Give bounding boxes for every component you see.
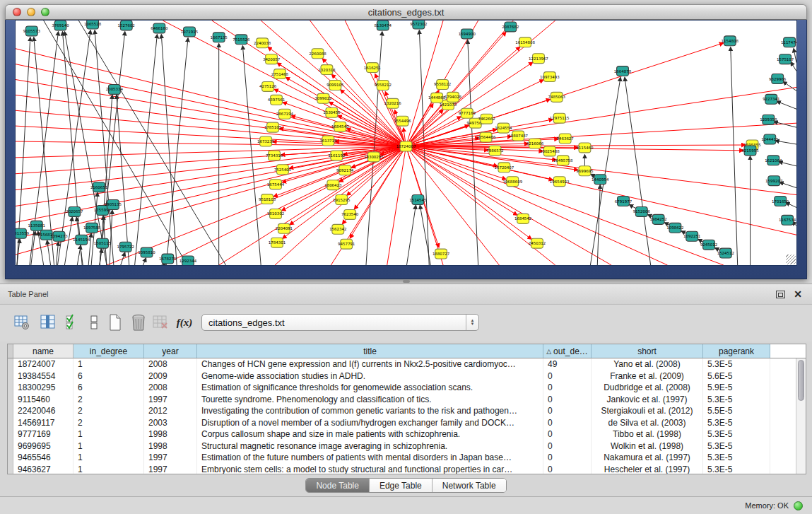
cell-in_degree[interactable]: 1 xyxy=(73,440,144,452)
cell-pagerank[interactable]: 5.3E-5 xyxy=(703,358,770,370)
cell-title[interactable]: Investigating the contribution of common… xyxy=(197,405,543,417)
cell-pagerank[interactable]: 5.5E-5 xyxy=(703,405,770,417)
tab-node-table[interactable]: Node Table xyxy=(306,479,370,492)
resize-grip[interactable] xyxy=(786,255,796,264)
cell-in_degree[interactable]: 1 xyxy=(73,452,144,464)
cell-title[interactable]: Estimation of the future numbers of pati… xyxy=(197,452,543,464)
table-row[interactable]: 977716911998Corpus callosum shape and si… xyxy=(8,428,806,440)
column-header-pagerank[interactable]: pagerank xyxy=(703,344,770,358)
cell-title[interactable]: Corpus callosum shape and size in male p… xyxy=(197,428,543,440)
citation-edge-black[interactable] xyxy=(143,258,146,265)
citation-edge-black[interactable] xyxy=(100,32,125,265)
cell-name[interactable]: 9699695 xyxy=(13,440,73,452)
cell-name[interactable]: 19384554 xyxy=(13,370,73,382)
citation-edge-black[interactable] xyxy=(161,35,177,265)
cell-year[interactable]: 2008 xyxy=(144,382,197,394)
citation-edge-black[interactable] xyxy=(420,205,430,265)
cell-in_degree[interactable]: 2 xyxy=(73,394,144,406)
cell-short[interactable]: Wolkin et al. (1998) xyxy=(592,440,703,452)
citation-edge-red[interactable] xyxy=(16,49,406,146)
cell-short[interactable]: Hescheler et al. (1997) xyxy=(592,464,703,475)
table-mode-button[interactable] xyxy=(11,311,33,334)
cell-year[interactable]: 2012 xyxy=(144,405,197,417)
select-columns-button[interactable] xyxy=(62,311,83,334)
tab-network-table[interactable]: Network Table xyxy=(433,479,506,492)
cell-name[interactable]: 18724007 xyxy=(13,358,73,370)
splitter-knob[interactable] xyxy=(403,280,410,283)
citation-edge-red[interactable] xyxy=(310,21,406,146)
citation-edge-black[interactable] xyxy=(121,252,125,265)
table-selector-dropdown[interactable]: citations_edges.txt ▲ ▼ xyxy=(201,314,479,331)
table-row[interactable]: 911546021997Tourette syndrome. Phenomeno… xyxy=(8,394,806,406)
citation-edge-black[interactable] xyxy=(775,141,796,144)
cell-pagerank[interactable]: 5.3E-5 xyxy=(703,428,770,440)
cell-title[interactable]: Structural magnetic resonance image aver… xyxy=(197,440,543,452)
table-row[interactable]: 2242004622012Investigating the contribut… xyxy=(8,405,806,417)
citation-edge-black[interactable] xyxy=(783,82,796,91)
column-header-title[interactable]: title xyxy=(197,344,543,358)
column-header-year[interactable]: year xyxy=(144,344,197,358)
cell-title[interactable]: Disruption of a novel member of a sodium… xyxy=(197,417,543,429)
cell-name[interactable]: 22420046 xyxy=(13,405,73,417)
function-builder-button[interactable]: f(x) xyxy=(174,311,195,334)
delete-column-button[interactable] xyxy=(128,311,149,334)
citation-edge-black[interactable] xyxy=(135,35,158,265)
network-canvas[interactable]: 1872400716154808122139671097349374850631… xyxy=(15,20,797,266)
citation-edge-black[interactable] xyxy=(597,185,600,265)
citation-network-graph[interactable]: 1872400716154808122139671097349374850631… xyxy=(16,21,796,265)
cell-year[interactable]: 2008 xyxy=(144,358,197,370)
cell-short[interactable]: Dudbridge et al. (2008) xyxy=(592,382,703,394)
cell-short[interactable]: Jankovic et al. (1997) xyxy=(592,394,703,406)
cell-pagerank[interactable]: 5.6E-5 xyxy=(703,370,770,382)
column-header-short[interactable]: short xyxy=(592,344,703,358)
cell-out_degree[interactable]: 0 xyxy=(543,405,592,417)
cell-year[interactable]: 1997 xyxy=(144,464,197,475)
cell-short[interactable]: de Silva et al. (2003) xyxy=(592,417,703,429)
tab-edge-table[interactable]: Edge Table xyxy=(370,479,433,492)
citation-edge-black[interactable] xyxy=(62,32,82,265)
cell-in_degree[interactable]: 1 xyxy=(73,358,144,370)
cell-in_degree[interactable]: 6 xyxy=(73,382,144,394)
cell-pagerank[interactable]: 5.3E-5 xyxy=(703,440,770,452)
network-window-titlebar[interactable]: citations_edges.txt xyxy=(5,4,807,20)
combo-stepper-icon[interactable]: ▲ ▼ xyxy=(466,315,478,330)
cell-in_degree[interactable]: 6 xyxy=(73,370,144,382)
cell-short[interactable]: Nakamura et al. (1997) xyxy=(592,452,703,464)
cell-year[interactable]: 2003 xyxy=(144,417,197,429)
cell-year[interactable]: 1998 xyxy=(144,428,197,440)
cell-out_degree[interactable]: 49 xyxy=(543,358,592,370)
cell-in_degree[interactable]: 1 xyxy=(73,464,144,475)
citation-edge-black[interactable] xyxy=(64,217,72,265)
cell-out_degree[interactable]: 0 xyxy=(543,452,592,464)
cell-pagerank[interactable]: 5.3E-5 xyxy=(703,417,770,429)
cell-short[interactable]: Franke et al. (2009) xyxy=(592,370,703,382)
column-header-out_degree[interactable]: △out_de… xyxy=(543,344,592,358)
cell-title[interactable]: Genome-wide association studies in ADHD. xyxy=(197,370,543,382)
row-height-button[interactable] xyxy=(83,311,105,334)
citation-edge-black[interactable] xyxy=(794,49,796,63)
cell-name[interactable]: 14569117 xyxy=(13,417,73,429)
citation-edge-red[interactable] xyxy=(283,146,406,238)
show-column-button[interactable] xyxy=(37,311,59,334)
citation-edge-black[interactable] xyxy=(44,21,187,265)
citation-edge-black[interactable] xyxy=(625,78,651,265)
cell-title[interactable]: Tourette syndrome. Phenomenology and cla… xyxy=(197,394,543,406)
citation-edge-black[interactable] xyxy=(77,245,81,265)
table-row[interactable]: 1938455462009Genome-wide association stu… xyxy=(8,370,806,382)
cell-year[interactable]: 2009 xyxy=(144,370,197,382)
column-header-in_degree[interactable]: in_degree xyxy=(73,344,144,358)
citation-edge-black[interactable] xyxy=(786,203,796,208)
table-row[interactable]: 946554611997Estimation of the future num… xyxy=(8,452,806,464)
column-header-name[interactable]: name xyxy=(13,344,73,358)
cell-out_degree[interactable]: 0 xyxy=(543,464,592,475)
cell-short[interactable]: Stergiakouli et al. (2012) xyxy=(592,405,703,417)
cell-out_degree[interactable]: 0 xyxy=(543,382,592,394)
table-row[interactable]: 969969511998Structural magnetic resonanc… xyxy=(8,440,806,452)
cell-in_degree[interactable]: 2 xyxy=(73,417,144,429)
cell-out_degree[interactable]: 0 xyxy=(543,394,592,406)
cell-pagerank[interactable]: 5.3E-5 xyxy=(703,464,770,475)
citation-edge-black[interactable] xyxy=(791,62,796,71)
table-row[interactable]: 1456911722003Disruption of a novel membe… xyxy=(8,417,806,429)
cell-short[interactable]: Tibbo et al. (1998) xyxy=(592,428,703,440)
delete-table-button[interactable] xyxy=(150,311,171,334)
